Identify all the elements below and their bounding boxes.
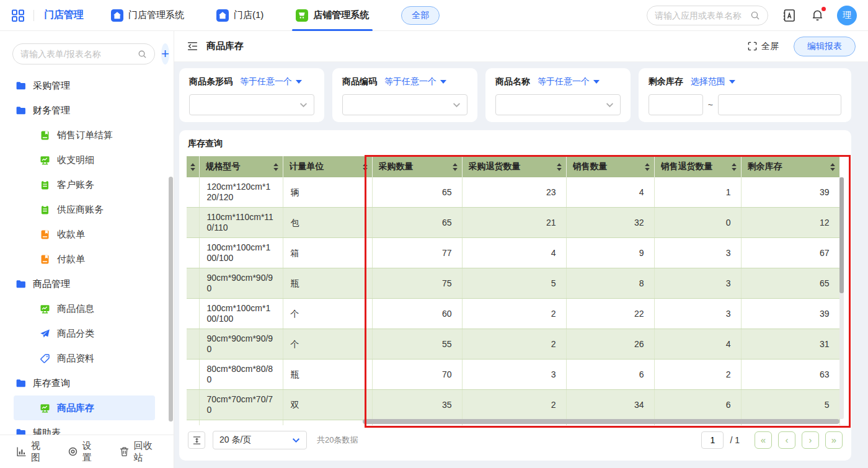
column-header-计量单位[interactable]: 计量单位 xyxy=(283,156,372,177)
settings-button[interactable]: 设置 xyxy=(68,440,98,464)
sidebar-item-付款单[interactable]: 付款单 xyxy=(0,247,174,272)
sidebar-item-商品管理[interactable]: 商品管理 xyxy=(0,272,174,296)
sidebar-item-客户账务[interactable]: 客户账务 xyxy=(0,172,174,197)
cell: 22 xyxy=(566,299,654,329)
table-title: 库存查询 xyxy=(187,136,844,156)
filter-value-select[interactable] xyxy=(189,94,314,115)
page-header: 商品库存 全屏 编辑报表 xyxy=(174,31,868,62)
cell: 瓶 xyxy=(283,268,372,299)
cell: 100cm*100cm*100/100 xyxy=(199,299,283,329)
tab-store-mgmt-system[interactable]: 门店管理系统 xyxy=(111,0,184,31)
range-min-input[interactable] xyxy=(649,94,703,115)
sidebar-item-label: 商品库存 xyxy=(57,402,94,414)
cell: 6 xyxy=(566,360,654,390)
filter-value-select[interactable] xyxy=(495,94,621,115)
first-page-button[interactable]: « xyxy=(755,431,772,449)
cell: 65 xyxy=(372,177,462,208)
filter-operator-dropdown[interactable]: 等于任意一个 xyxy=(384,76,446,87)
column-header-规格型号[interactable]: 规格型号 xyxy=(199,156,283,177)
sidebar-item-label: 客户账务 xyxy=(57,179,94,191)
sidebar-item-销售订单结算[interactable]: 销售订单结算 xyxy=(0,123,174,148)
column-header-销售数量[interactable]: 销售数量 xyxy=(566,156,654,177)
table-row: 70cm*70cm*70/70双3523465 xyxy=(187,390,839,420)
sidebar-item-label: 财务管理 xyxy=(33,105,70,117)
cell: 个 xyxy=(283,299,372,329)
page-size-select[interactable]: 20 条/页 xyxy=(213,431,307,449)
sidebar-item-库存查询[interactable]: 库存查询 xyxy=(0,371,174,395)
plane-blue-icon xyxy=(40,329,50,339)
language-icon[interactable] xyxy=(782,8,797,23)
filter-operator-dropdown[interactable]: 选择范围 xyxy=(691,76,735,87)
prev-page-button[interactable]: ‹ xyxy=(778,431,795,449)
last-page-button[interactable]: » xyxy=(825,431,843,449)
filter-operator-dropdown[interactable]: 等于任意一个 xyxy=(240,76,302,87)
apps-grid-icon[interactable] xyxy=(11,9,25,22)
sidebar-item-财务管理[interactable]: 财务管理 xyxy=(0,98,174,123)
sidebar-item-商品信息[interactable]: 商品信息 xyxy=(0,296,174,321)
page-number-input[interactable] xyxy=(701,431,724,449)
table-row: 100cm*100cm*100/100个60222339 xyxy=(187,299,839,329)
form-search[interactable] xyxy=(12,43,155,64)
notification-bell-icon[interactable] xyxy=(810,8,825,22)
cell: 32 xyxy=(566,208,654,238)
sidebar-item-label: 付款单 xyxy=(57,254,85,265)
tab-store-1[interactable]: 门店(1) xyxy=(216,0,264,31)
column-header-hidden[interactable] xyxy=(187,156,199,177)
chevron-down-icon xyxy=(299,102,308,108)
edit-report-button[interactable]: 编辑报表 xyxy=(794,37,856,56)
cell: 2 xyxy=(462,390,566,420)
cell: 8 xyxy=(566,268,654,299)
column-header-采购退货数量[interactable]: 采购退货数量 xyxy=(462,156,566,177)
range-max-input[interactable] xyxy=(718,94,841,115)
collapse-sidebar-icon[interactable] xyxy=(187,40,198,52)
sidebar-item-收支明细[interactable]: 收支明细 xyxy=(0,148,174,172)
row-height-button[interactable] xyxy=(188,431,205,449)
views-button[interactable]: 视图 xyxy=(16,440,46,464)
sidebar-scrollbar[interactable] xyxy=(169,177,173,422)
filter-operator-dropdown[interactable]: 等于任意一个 xyxy=(538,76,600,87)
sidebar-item-label: 辅助表 xyxy=(33,427,61,435)
user-avatar[interactable]: 理 xyxy=(837,6,857,25)
sidebar-item-供应商账务[interactable]: 供应商账务 xyxy=(0,197,174,222)
caret-down-icon xyxy=(296,80,302,84)
all-apps-pill[interactable]: 全部 xyxy=(401,6,440,25)
caret-down-icon xyxy=(593,80,600,84)
cell: 63 xyxy=(741,360,839,390)
workspace-label[interactable]: 门店管理 xyxy=(44,9,84,22)
form-search-input[interactable] xyxy=(20,49,133,59)
row-height-icon xyxy=(192,436,202,445)
sidebar-item-采购管理[interactable]: 采购管理 xyxy=(0,73,174,98)
fullscreen-button[interactable]: 全屏 xyxy=(748,41,779,52)
column-header-剩余库存[interactable]: 剩余库存 xyxy=(741,156,839,177)
divider xyxy=(33,10,34,21)
sidebar-item-商品资料[interactable]: 商品资料 xyxy=(0,346,174,371)
cell: 9 xyxy=(566,238,654,268)
column-header-销售退货数量[interactable]: 销售退货数量 xyxy=(654,156,741,177)
sidebar: + 采购管理财务管理销售订单结算收支明细客户账务供应商账务收款单付款单商品管理商… xyxy=(0,31,174,468)
recycle-bin-button[interactable]: 回收站 xyxy=(119,440,157,464)
sort-icon xyxy=(731,162,737,172)
sidebar-item-辅助表[interactable]: 辅助表 xyxy=(0,420,174,435)
tab-shop-mgmt-system-active[interactable]: 店铺管理系统 xyxy=(296,0,369,31)
sidebar-footer: 视图 设置 回收站 xyxy=(0,435,174,468)
cell: 90cm*90cm*90/90 xyxy=(199,268,283,299)
ledger-orange-icon xyxy=(40,229,50,240)
next-page-button[interactable]: › xyxy=(802,431,819,449)
horizontal-scrollbar[interactable] xyxy=(187,419,839,424)
table-row: 80cm*80cm*80/80瓶7036263 xyxy=(187,360,839,390)
sidebar-item-收款单[interactable]: 收款单 xyxy=(0,222,174,247)
column-header-采购数量[interactable]: 采购数量 xyxy=(372,156,462,177)
global-search[interactable] xyxy=(647,6,768,25)
sidebar-item-商品分类[interactable]: 商品分类 xyxy=(0,321,174,346)
cell: 5 xyxy=(741,390,839,420)
cell: 75 xyxy=(372,268,462,299)
settings-icon xyxy=(68,446,78,457)
sort-icon xyxy=(362,162,368,172)
add-form-button[interactable]: + xyxy=(161,43,169,64)
tag-blue-icon xyxy=(40,353,50,364)
global-search-input[interactable] xyxy=(655,11,745,20)
sidebar-item-label: 商品资料 xyxy=(57,353,94,364)
vertical-scrollbar[interactable] xyxy=(839,177,844,419)
filter-value-select[interactable] xyxy=(342,94,467,115)
sidebar-item-商品库存[interactable]: 商品库存 xyxy=(14,395,155,420)
